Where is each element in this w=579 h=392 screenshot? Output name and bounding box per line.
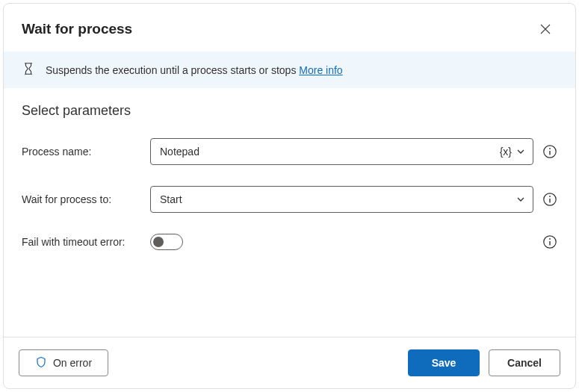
toggle-knob bbox=[153, 237, 164, 247]
process-name-value: Notepad bbox=[160, 146, 500, 158]
dialog-title: Wait for process bbox=[22, 21, 132, 37]
wait-for-control: Start bbox=[150, 186, 557, 213]
process-name-label: Process name: bbox=[22, 146, 150, 158]
footer-right: Save Cancel bbox=[408, 349, 560, 376]
field-fail-timeout: Fail with timeout error: bbox=[22, 234, 557, 250]
section-title: Select parameters bbox=[22, 103, 557, 119]
fail-timeout-toggle[interactable] bbox=[150, 234, 183, 250]
process-name-info-icon[interactable] bbox=[542, 144, 557, 159]
save-button[interactable]: Save bbox=[408, 349, 480, 376]
wait-for-combo[interactable]: Start bbox=[150, 186, 533, 213]
info-banner: Suspends the execution until a process s… bbox=[4, 52, 575, 88]
field-process-name: Process name: Notepad {x} bbox=[22, 138, 557, 165]
dialog-footer: On error Save Cancel bbox=[4, 337, 575, 388]
wait-for-label: Wait for process to: bbox=[22, 193, 150, 205]
hourglass-icon bbox=[22, 62, 35, 78]
cancel-button[interactable]: Cancel bbox=[489, 349, 560, 376]
more-info-link[interactable]: More info bbox=[299, 64, 342, 76]
fail-timeout-label: Fail with timeout error: bbox=[22, 236, 150, 248]
fail-timeout-control bbox=[150, 234, 557, 250]
svg-point-3 bbox=[549, 196, 551, 197]
close-button[interactable] bbox=[533, 17, 557, 41]
chevron-down-icon bbox=[516, 147, 525, 156]
wait-for-value: Start bbox=[160, 193, 516, 205]
variable-icon[interactable]: {x} bbox=[500, 146, 512, 158]
on-error-button[interactable]: On error bbox=[19, 349, 108, 376]
banner-text-wrap: Suspends the execution until a process s… bbox=[46, 64, 343, 76]
svg-point-5 bbox=[549, 238, 551, 240]
process-name-combo[interactable]: Notepad {x} bbox=[150, 138, 533, 165]
shield-icon bbox=[35, 356, 47, 370]
on-error-label: On error bbox=[53, 357, 92, 369]
process-name-control: Notepad {x} bbox=[150, 138, 557, 165]
svg-point-1 bbox=[549, 148, 551, 149]
field-wait-for: Wait for process to: Start bbox=[22, 186, 557, 213]
chevron-down-icon bbox=[516, 195, 525, 204]
close-icon bbox=[540, 24, 551, 34]
dialog-body: Select parameters Process name: Notepad … bbox=[4, 88, 575, 337]
fail-timeout-info-icon[interactable] bbox=[542, 234, 557, 249]
banner-text: Suspends the execution until a process s… bbox=[46, 64, 299, 76]
dialog-header: Wait for process bbox=[4, 4, 575, 52]
wait-for-info-icon[interactable] bbox=[542, 192, 557, 207]
dialog-wait-for-process: Wait for process Suspends the execution … bbox=[3, 3, 576, 389]
